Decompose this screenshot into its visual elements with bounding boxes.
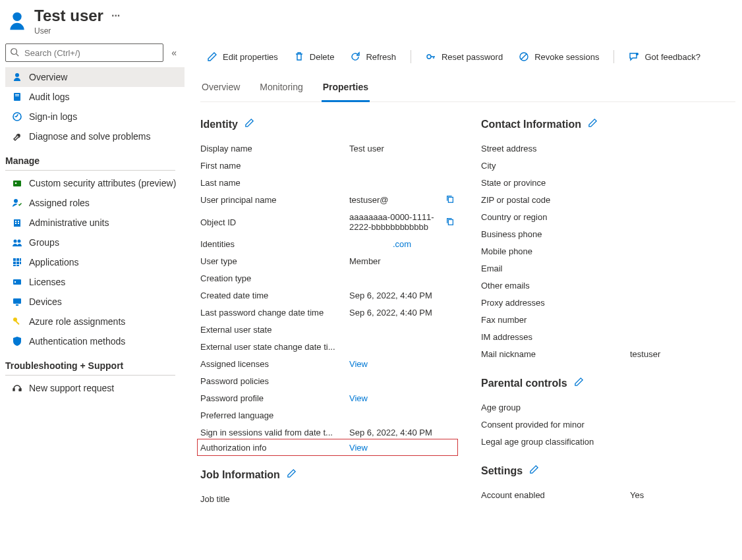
more-icon[interactable]: ··· [111, 10, 120, 22]
sidebar-item-overview[interactable]: Overview [5, 67, 185, 87]
svg-rect-31 [15, 320, 20, 325]
toolbar: Edit properties Delete Refresh Reset pas… [200, 41, 735, 70]
shield-icon [12, 336, 22, 347]
sidebar-item-azure-roles[interactable]: Azure role assignments [5, 312, 185, 331]
page-subtitle: User [34, 26, 120, 36]
pencil-icon [207, 51, 217, 62]
field-last-name: Last name [200, 174, 455, 191]
svg-point-34 [427, 55, 431, 59]
svg-rect-21 [13, 262, 16, 264]
svg-point-10 [14, 199, 18, 203]
svg-rect-20 [20, 258, 21, 261]
edit-icon[interactable] [588, 118, 598, 130]
search-icon [10, 47, 19, 59]
edit-properties-button[interactable]: Edit properties [200, 47, 285, 66]
toolbar-separator [614, 50, 614, 63]
sidebar-item-sign-in-logs[interactable]: Sign-in logs [5, 107, 185, 126]
svg-rect-26 [13, 279, 21, 285]
tab-monitoring[interactable]: Monitoring [258, 75, 304, 101]
delete-button[interactable]: Delete [287, 47, 341, 66]
field-proxy-addresses: Proxy addresses [481, 294, 735, 311]
copy-icon[interactable] [445, 194, 455, 206]
book-icon [12, 92, 22, 102]
svg-point-9 [15, 182, 17, 184]
svg-rect-38 [448, 197, 453, 202]
svg-point-7 [13, 113, 21, 121]
field-identities: Identities.com [200, 235, 455, 252]
building-icon [12, 217, 22, 228]
field-mail-nickname: Mail nicknametestuser [481, 345, 735, 362]
field-first-name: First name [200, 157, 455, 174]
column-right: Contact Information Street address City … [481, 118, 735, 507]
refresh-button[interactable]: Refresh [343, 47, 403, 66]
tab-properties[interactable]: Properties [322, 75, 370, 102]
section-contact: Contact Information [481, 118, 735, 130]
search-box[interactable] [5, 43, 163, 62]
field-account-enabled: Account enabledYes [481, 486, 735, 503]
field-creation-type: Creation type [200, 269, 455, 287]
collapse-icon[interactable]: « [169, 45, 179, 61]
field-created-date: Created date timeSep 6, 2022, 4:40 PM [200, 287, 455, 304]
feedback-button[interactable]: Got feedback? [622, 47, 707, 66]
svg-line-2 [16, 53, 19, 56]
headset-icon [12, 383, 22, 393]
svg-rect-15 [18, 223, 19, 224]
svg-rect-28 [13, 298, 21, 304]
sidebar-item-custom-security[interactable]: Custom security attributes (preview) [5, 173, 185, 193]
field-external-state: External user state [200, 321, 455, 338]
person-check-icon [12, 198, 22, 208]
sidebar-item-devices[interactable]: Devices [5, 292, 185, 312]
sidebar-item-groups[interactable]: Groups [5, 233, 185, 252]
sidebar-section-manage: Manage [5, 146, 175, 171]
sidebar-item-admin-units[interactable]: Administrative units [5, 213, 185, 233]
svg-point-37 [636, 53, 639, 55]
edit-icon[interactable] [529, 464, 539, 477]
sidebar-item-applications[interactable]: Applications [5, 252, 185, 272]
field-street: Street address [481, 140, 735, 157]
field-display-name: Display nameTest user [200, 140, 455, 157]
sidebar-item-diagnose[interactable]: Diagnose and solve problems [5, 126, 185, 146]
section-identity: Identity [200, 118, 455, 130]
wrench-icon [12, 131, 22, 142]
search-input[interactable] [23, 47, 159, 59]
edit-icon[interactable] [574, 377, 584, 389]
field-last-password-change: Last password change date timeSep 6, 202… [200, 304, 455, 321]
field-mobile-phone: Mobile phone [481, 242, 735, 260]
field-zip: ZIP or postal code [481, 191, 735, 208]
card-icon [12, 277, 22, 287]
sidebar-item-audit-logs[interactable]: Audit logs [5, 87, 185, 107]
edit-icon[interactable] [287, 468, 297, 481]
field-consent-minor: Consent provided for minor [481, 416, 735, 433]
signin-icon [12, 111, 22, 122]
field-country: Country or region [481, 208, 735, 225]
svg-line-36 [521, 54, 527, 59]
section-job-info: Job Information [200, 468, 455, 481]
field-im: IM addresses [481, 328, 735, 345]
user-icon [7, 11, 28, 32]
tab-overview[interactable]: Overview [200, 75, 241, 101]
edit-icon[interactable] [244, 118, 254, 130]
field-user-type: User typeMember [200, 252, 455, 269]
sidebar-section-troubleshooting: Troubleshooting + Support [5, 351, 175, 376]
key-icon [426, 51, 436, 62]
field-other-emails: Other emails [481, 277, 735, 294]
svg-rect-12 [15, 221, 16, 222]
people-icon [12, 237, 22, 248]
field-business-phone: Business phone [481, 225, 735, 242]
svg-rect-29 [16, 304, 18, 306]
sidebar-item-new-support[interactable]: New support request [5, 378, 185, 398]
revoke-sessions-button[interactable]: Revoke sessions [512, 47, 606, 66]
field-object-id: Object IDaaaaaaaa-0000-1111-2222-bbbbbbb… [200, 209, 455, 235]
reset-password-button[interactable]: Reset password [419, 47, 509, 66]
sidebar-item-licenses[interactable]: Licenses [5, 272, 185, 292]
svg-rect-8 [13, 181, 21, 186]
sidebar-item-assigned-roles[interactable]: Assigned roles [5, 193, 185, 213]
refresh-icon [350, 51, 360, 62]
field-legal-age: Legal age group classification [481, 433, 735, 450]
svg-point-17 [18, 240, 21, 243]
copy-icon[interactable] [445, 217, 455, 228]
svg-rect-18 [13, 258, 16, 261]
sidebar-item-auth-methods[interactable]: Authentication methods [5, 331, 185, 351]
page-title: Test user ··· [34, 7, 120, 25]
svg-rect-19 [16, 258, 19, 261]
